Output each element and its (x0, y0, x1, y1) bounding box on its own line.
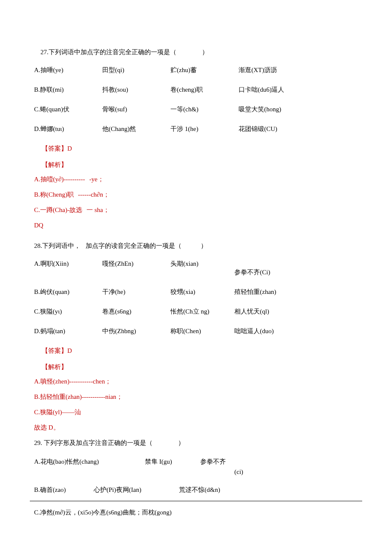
q27-analysis-b: B.称(Cheng)职 ------ch∂n； (34, 189, 358, 200)
q29-option-c: C.净然(m∂)云，(xi5o)今惪(s6ng)曲舭；而枕(gong) (34, 507, 358, 517)
q27-d-1: D.蝉娜(tuι) (34, 124, 102, 134)
q28-analysis-label: 【解析】 (34, 362, 358, 372)
q27-a-3: 贮(zhu)蓄 (170, 65, 239, 75)
q28-stem-rest: 加点字的读音完全正确的一项是（ ） (86, 235, 207, 251)
q27-option-a: A.抽唾(ye) 田型(qi) 贮(zhu)蓄 渐逛(XT)沥沥 (34, 65, 358, 75)
q27-analysis-c-left: C.一蹲(Cha)-故选 (34, 205, 82, 215)
q28-d-3: 称职(Chen) (170, 326, 234, 336)
q29-a-1: A.花电(bao)怅然(chang) (34, 456, 145, 467)
q27-d-4: 花团锦锻(CU) (239, 124, 315, 134)
q28-c-1: C.狭隘(yι) (34, 306, 102, 317)
q27-answer: 【答案】D (34, 143, 358, 154)
q27-a-4: 渐逛(XT)沥沥 (239, 65, 315, 75)
q28-b-3: 狡甥(xia) (170, 287, 234, 297)
q28-d-4: 咄咄逼人(duo) (234, 326, 311, 336)
q27-a-2: 田型(qi) (102, 65, 170, 75)
q27-analysis-a: A.抽噎(y∂)---------- -ye； (34, 174, 358, 184)
q29-option-a: A.花电(bao)怅然(chang) 禁隼 I(gu) 参拳不齐 (34, 456, 358, 467)
q28-a-2: 嘎怪(ZhEn) (102, 259, 170, 269)
q27-analysis-a-left: A.抽噎(y∂)---------- (34, 174, 85, 184)
q28-a-3: 头期(xian) (170, 259, 234, 269)
q28-stem-lead: 28.下列词语中， (34, 241, 81, 251)
q29-a-3: 参拳不齐 (200, 456, 251, 467)
q27-option-c: C.蜷(quan)伏 骨喉(suf) 一等(ch&) 吸堂大笑(hong) (34, 104, 358, 114)
q27-analysis-d: DQ (34, 220, 358, 230)
q27-a-1: A.抽唾(ye) (34, 65, 102, 75)
q28-d-2: 中伤(Zhbng) (102, 326, 170, 336)
q28-c-3: 怅然(Ch立 ng) (170, 306, 234, 317)
q27-c-3: 一等(ch&) (170, 104, 239, 114)
q28-analysis-d: 故选 D。 (34, 422, 358, 433)
q28-analysis-a: A.嗔怪(zhen)-----------chen； (34, 376, 358, 386)
q27-c-2: 骨喉(suf) (102, 104, 170, 114)
q27-c-4: 吸堂大笑(hong) (239, 104, 315, 114)
q28-stem: 28.下列词语中， 加点字的读音完全正确的一项是（ ） (34, 235, 358, 251)
q28-b-2: 干净(he) (102, 287, 170, 297)
q28-a-4: 参拳不齐(Ci) (234, 259, 311, 277)
q29-a-ci: (ci) (234, 467, 358, 477)
q27-analysis-c: C.一蹲(Cha)-故选 一 sha； (34, 205, 358, 215)
q29-stem: 29. 下列字形及加点字注音正确的一项是（ ） (34, 438, 358, 448)
q28-analysis-b: B.拈轻怕重(zhan)-----------nian； (34, 392, 358, 402)
q28-c-2: 卷惪(s6ng) (102, 306, 170, 317)
q27-d-2: 他(Chang)然 (102, 124, 170, 134)
q28-a-1: A.啊职(Xiin) (34, 259, 102, 269)
q29-option-b: B.确首(zao) 心护(Pi)夜网(Ian) 荒逑不惊(d&n) (34, 485, 358, 495)
q29-b-3: 荒逑不惊(d&n) (179, 485, 256, 495)
q28-option-b: B.岣伏(quan) 干净(he) 狡甥(xia) 殖轻怕重(zhan) (34, 287, 358, 297)
q28-answer: 【答案】D (34, 346, 358, 356)
q29-b-2: 心护(Pi)夜网(Ian) (94, 485, 179, 495)
q27-analysis-label: 【解析】 (34, 160, 358, 170)
q28-d-1: D.蚂塌(tan) (34, 326, 102, 336)
q28-option-c: C.狭隘(yι) 卷惪(s6ng) 怅然(Ch立 ng) 相人忧天(ql) (34, 306, 358, 317)
q29-a-2: 禁隼 I(gu) (145, 456, 200, 467)
q29-b-1: B.确首(zao) (34, 485, 94, 495)
q29-option-a-ci-row: (ci) (34, 467, 358, 477)
q27-b-1: B.静联(mi) (34, 84, 102, 95)
q27-d-3: 干涉 1(he) (170, 124, 239, 134)
separator-line (30, 501, 362, 501)
q28-option-d: D.蚂塌(tan) 中伤(Zhbng) 称职(Chen) 咄咄逼人(duo) (34, 326, 358, 336)
q28-analysis-c: C.狭隘(yl)——汕 (34, 407, 358, 417)
q27-analysis-c-right: 一 sha； (86, 205, 110, 215)
q27-analysis-b-right: ------ch∂n； (78, 189, 110, 200)
q27-b-3: 卷(cheng)职 (170, 84, 239, 95)
q27-b-4: 口卡咄(du6)逼人 (239, 84, 315, 95)
q27-c-1: C.蜷(quan)伏 (34, 104, 102, 114)
q28-b-1: B.岣伏(quan) (34, 287, 102, 297)
q27-analysis-b-left: B.称(Cheng)职 (34, 189, 74, 200)
q27-option-b: B.静联(mi) 抖教(sou) 卷(cheng)职 口卡咄(du6)逼人 (34, 84, 358, 95)
q27-analysis-a-right: -ye； (89, 174, 104, 184)
q27-option-d: D.蝉娜(tuι) 他(Chang)然 干涉 1(he) 花团锦锻(CU) (34, 124, 358, 134)
q27-stem: 27.下列词语中加点字的注音完全正确的一项是（ ） (34, 47, 358, 57)
q27-b-2: 抖教(sou) (102, 84, 170, 95)
q28-b-4: 殖轻怕重(zhan) (234, 287, 311, 297)
q28-c-4: 相人忧天(ql) (234, 306, 311, 317)
q28-option-a: A.啊职(Xiin) 嘎怪(ZhEn) 头期(xian) 参拳不齐(Ci) (34, 259, 358, 277)
